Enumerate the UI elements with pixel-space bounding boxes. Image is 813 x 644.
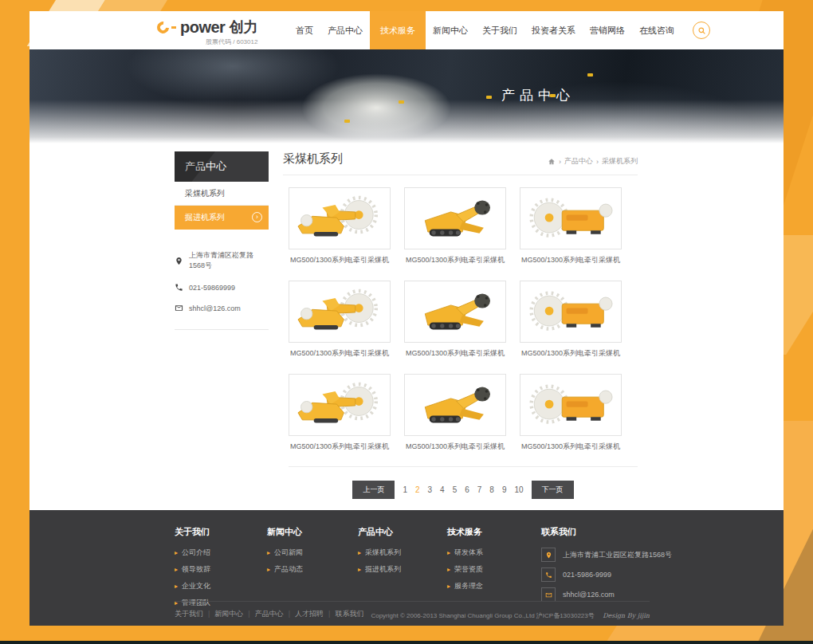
footer-link[interactable]: 企业文化 [175, 581, 267, 591]
search-button[interactable] [693, 22, 710, 39]
footer-link[interactable]: 公司新闻 [267, 548, 358, 558]
footer-address: 上海市青浦工业园区崧复路1568号 [563, 550, 672, 560]
page-2-current[interactable]: 2 [415, 485, 420, 494]
product-image-roadheader [404, 187, 506, 249]
sidebar-item-label: 掘进机系列 [185, 213, 225, 222]
sidebar-title: 产品中心 [175, 151, 269, 182]
nav-item-products[interactable]: 产品中心 [320, 11, 370, 49]
product-card[interactable]: MG500/1300系列电牵引采煤机 [520, 281, 622, 359]
product-title: MG500/1300系列电牵引采煤机 [404, 255, 506, 265]
footer-link[interactable]: 服务理念 [447, 581, 541, 591]
product-image-shearer-disc-left [520, 374, 622, 436]
nav-item-about[interactable]: 关于我们 [475, 11, 524, 49]
sidebar-item-shearer-series[interactable]: 采煤机系列 [175, 182, 269, 206]
product-title: MG500/1300系列电牵引采煤机 [520, 348, 622, 359]
page-10[interactable]: 10 [514, 485, 523, 494]
sidebar-email-row: shhcl@126.com [175, 304, 269, 312]
phone-icon [175, 283, 183, 292]
page-6[interactable]: 6 [465, 485, 469, 494]
bottom-link-careers[interactable]: 人才招聘 [295, 609, 324, 619]
truck-speck [587, 73, 593, 77]
footer-address-row: 上海市青浦工业园区崧复路1568号 [541, 548, 634, 562]
page: power 创力 股票代码 / 603012 首页 产品中心 技术服务 新闻中心… [29, 11, 784, 626]
footer-columns: 关于我们 公司介绍 领导致辞 企业文化 管理团队 新闻中心 公司新闻 产品动态 … [175, 510, 784, 615]
product-card[interactable]: MG500/1300系列电牵引采煤机 [520, 374, 622, 452]
bottom-link-about[interactable]: 关于我们 [175, 609, 203, 619]
nav-item-tech-service[interactable]: 技术服务 [370, 11, 426, 49]
footer-link[interactable]: 掘进机系列 [358, 564, 447, 575]
product-card[interactable]: MG500/1300系列电牵引采煤机 [520, 187, 622, 265]
pagination-divider: 上一页 1 2 3 4 5 6 7 8 9 10 下一页 [289, 466, 638, 499]
footer-col-title: 关于我们 [175, 526, 267, 538]
bottom-link-contact[interactable]: 联系我们 [335, 609, 363, 619]
nav-item-home[interactable]: 首页 [289, 11, 320, 49]
page-title: 采煤机系列 [283, 151, 343, 167]
bottom-link-news[interactable]: 新闻中心 [214, 609, 243, 619]
product-grid: MG500/1300系列电牵引采煤机 MG500/1300系列电牵引采煤机 MG… [283, 187, 638, 452]
footer-col-title: 技术服务 [447, 526, 541, 538]
nav-item-online-consult[interactable]: 在线咨询 [632, 11, 681, 49]
footer-col-title: 新闻中心 [267, 526, 358, 538]
breadcrumb: › 产品中心 › 采煤机系列 [548, 156, 638, 167]
product-image-shearer-disc-right [289, 374, 391, 436]
nav-item-investor[interactable]: 投资者关系 [524, 11, 583, 49]
logo-dash [171, 26, 176, 29]
link-separator: | [289, 610, 290, 618]
page-9[interactable]: 9 [502, 485, 507, 494]
phone-icon [541, 567, 556, 582]
footer-link[interactable]: 公司介绍 [175, 548, 267, 558]
breadcrumb-products[interactable]: 产品中心 [564, 156, 593, 167]
product-image-roadheader [404, 374, 506, 436]
pagination: 上一页 1 2 3 4 5 6 7 8 9 10 下一页 [289, 481, 638, 499]
product-title: MG500/1300系列电牵引采煤机 [289, 442, 391, 452]
page-5[interactable]: 5 [453, 485, 458, 494]
content-area: 产品中心 采煤机系列 掘进机系列 › 上海市青浦区崧复路1568号 021-59… [29, 143, 784, 510]
product-card[interactable]: MG500/1300系列电牵引采煤机 [289, 281, 391, 359]
sidebar-address: 上海市青浦区崧复路1568号 [189, 250, 269, 271]
nav-item-news[interactable]: 新闻中心 [426, 11, 475, 49]
breadcrumb-separator: › [559, 158, 561, 166]
page-1[interactable]: 1 [403, 485, 407, 494]
product-image-roadheader [404, 281, 506, 343]
main-panel: 采煤机系列 › 产品中心 › 采煤机系列 MG [283, 143, 638, 499]
page-7[interactable]: 7 [477, 485, 482, 494]
hero-title: 产品中心 [293, 86, 784, 104]
link-separator: | [208, 610, 210, 618]
footer-link[interactable]: 荣誉资质 [447, 564, 541, 575]
logo[interactable]: power 创力 股票代码 / 603012 [157, 18, 257, 46]
chevron-right-icon: › [252, 212, 262, 222]
footer-phone-row: 021-5986-9999 [541, 567, 634, 582]
footer-link[interactable]: 采煤机系列 [358, 548, 447, 558]
page-3[interactable]: 3 [428, 485, 433, 494]
next-page-button[interactable]: 下一页 [532, 481, 574, 499]
product-card[interactable]: MG500/1300系列电牵引采煤机 [404, 281, 506, 359]
sidebar-contact: 上海市青浦区崧复路1568号 021-59869999 shhcl@126.co… [175, 250, 269, 330]
product-image-shearer-disc-left [520, 187, 622, 249]
product-card[interactable]: MG500/1300系列电牵引采煤机 [289, 187, 391, 265]
bottom-link-products[interactable]: 产品中心 [255, 609, 284, 619]
product-card[interactable]: MG500/1300系列电牵引采煤机 [404, 374, 506, 452]
product-image-shearer-disc-right [289, 281, 391, 343]
email-icon [175, 304, 183, 312]
home-icon[interactable] [548, 158, 556, 166]
product-title: MG500/1300系列电牵引采煤机 [404, 348, 506, 359]
link-separator: | [328, 610, 330, 618]
breadcrumb-current: 采煤机系列 [602, 156, 638, 167]
product-image-shearer-disc-right [289, 187, 391, 249]
page-8[interactable]: 8 [489, 485, 494, 494]
page-4[interactable]: 4 [440, 485, 445, 494]
product-card[interactable]: MG500/1300系列电牵引采煤机 [404, 187, 506, 265]
footer-col-title: 产品中心 [358, 526, 447, 538]
footer-link[interactable]: 产品动态 [267, 564, 358, 575]
sidebar-email: shhcl@126.com [189, 304, 241, 312]
footer-link[interactable]: 研发体系 [447, 548, 541, 558]
prev-page-button[interactable]: 上一页 [352, 481, 395, 499]
nav-item-marketing[interactable]: 营销网络 [583, 11, 632, 49]
product-card[interactable]: MG500/1300系列电牵引采煤机 [289, 374, 391, 452]
footer-col-title: 联系我们 [541, 526, 634, 538]
footer: 关于我们 公司介绍 领导致辞 企业文化 管理团队 新闻中心 公司新闻 产品动态 … [29, 510, 784, 626]
design-credit: Design By jijin [603, 612, 650, 619]
product-title: MG500/1300系列电牵引采煤机 [404, 442, 506, 452]
footer-link[interactable]: 领导致辞 [175, 564, 267, 575]
sidebar-item-roadheader-series[interactable]: 掘进机系列 › [175, 206, 269, 230]
